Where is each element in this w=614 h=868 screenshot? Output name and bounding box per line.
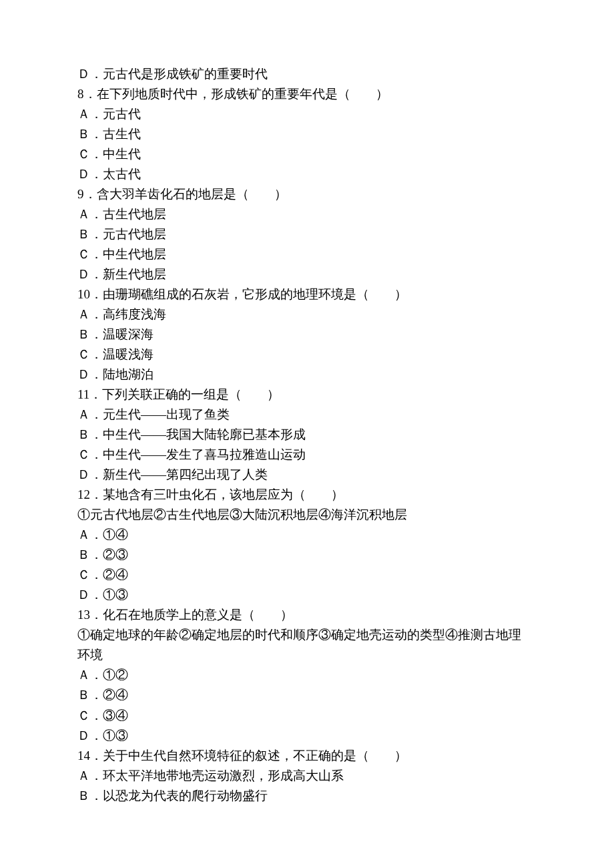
- document-page: Ｄ．元古代是形成铁矿的重要时代 8．在下列地质时代中，形成铁矿的重要年代是（ ）…: [0, 0, 614, 859]
- option-c: Ｃ．中生代地层: [77, 244, 521, 264]
- option-a: Ａ．①④: [77, 525, 521, 545]
- option-b: Ｂ．元古代地层: [77, 224, 521, 244]
- option-d: Ｄ．①③: [77, 585, 521, 605]
- option-a: Ａ．元古代: [77, 104, 521, 124]
- question-13-choices: ①确定地球的年龄②确定地层的时代和顺序③确定地壳运动的类型④推测古地理: [77, 625, 521, 645]
- option-c: Ｃ．②④: [77, 565, 521, 585]
- option-a: Ａ．①②: [77, 665, 521, 685]
- option-d: Ｄ．①③: [77, 726, 521, 746]
- option-a: Ａ．古生代地层: [77, 204, 521, 224]
- option-d: Ｄ．陆地湖泊: [77, 365, 521, 385]
- option-d: Ｄ．新生代——第四纪出现了人类: [77, 465, 521, 485]
- option-b: Ｂ．②③: [77, 545, 521, 565]
- option-d: Ｄ．新生代地层: [77, 264, 521, 284]
- question-13: 13．化石在地质学上的意义是（ ）: [77, 605, 521, 625]
- option-b: Ｂ．温暖深海: [77, 324, 521, 345]
- option-b: Ｂ．中生代——我国大陆轮廓已基本形成: [77, 425, 521, 445]
- question-13-choices-cont: 环境: [77, 645, 521, 665]
- option-c: Ｃ．中生代——发生了喜马拉雅造山运动: [77, 445, 521, 465]
- option-c: Ｃ．中生代: [77, 144, 521, 164]
- option-b: Ｂ．古生代: [77, 124, 521, 144]
- question-9: 9．含大羽羊齿化石的地层是（ ）: [77, 184, 521, 204]
- question-12-choices: ①元古代地层②古生代地层③大陆沉积地层④海洋沉积地层: [77, 505, 521, 525]
- question-14: 14．关于中生代自然环境特征的叙述，不正确的是（ ）: [77, 746, 521, 766]
- question-10: 10．由珊瑚礁组成的石灰岩，它形成的地理环境是（ ）: [77, 284, 521, 304]
- option-a: Ａ．高纬度浅海: [77, 304, 521, 324]
- option-b: Ｂ．以恐龙为代表的爬行动物盛行: [77, 786, 521, 806]
- option-c: Ｃ．温暖浅海: [77, 345, 521, 365]
- question-11: 11．下列关联正确的一组是（ ）: [77, 385, 521, 405]
- option-d: Ｄ．太古代: [77, 164, 521, 184]
- option-d: Ｄ．元古代是形成铁矿的重要时代: [77, 64, 521, 84]
- option-c: Ｃ．③④: [77, 706, 521, 726]
- option-a: Ａ．环太平洋地带地壳运动激烈，形成高大山系: [77, 766, 521, 786]
- question-8: 8．在下列地质时代中，形成铁矿的重要年代是（ ）: [77, 84, 521, 104]
- option-b: Ｂ．②④: [77, 685, 521, 705]
- question-12: 12．某地含有三叶虫化石，该地层应为（ ）: [77, 485, 521, 505]
- option-a: Ａ．元生代——出现了鱼类: [77, 405, 521, 425]
